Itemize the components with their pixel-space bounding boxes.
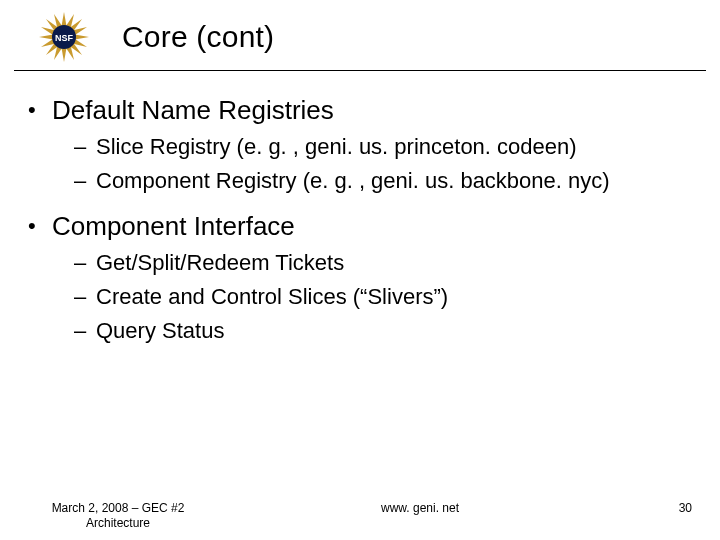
bullet-l2: Get/Split/Redeem Tickets	[74, 248, 692, 278]
footer-date: March 2, 2008 – GEC #2	[28, 501, 208, 517]
bullet-l2: Query Status	[74, 316, 692, 346]
header: NSF Core (cont)	[14, 0, 706, 71]
slide-title: Core (cont)	[122, 20, 274, 54]
bullet-text: Default Name Registries	[52, 95, 334, 125]
footer-url: www. geni. net	[208, 501, 632, 515]
bullet-l2: Component Registry (e. g. , geni. us. ba…	[74, 166, 692, 196]
bullet-l2: Create and Control Slices (“Slivers”)	[74, 282, 692, 312]
footer: March 2, 2008 – GEC #2 Architecture www.…	[0, 501, 720, 532]
slide-body: Default Name Registries Slice Registry (…	[0, 71, 720, 345]
bullet-l1: Default Name Registries Slice Registry (…	[28, 95, 692, 195]
svg-text:NSF: NSF	[55, 33, 74, 43]
footer-left: March 2, 2008 – GEC #2 Architecture	[28, 501, 208, 532]
nsf-logo-icon: NSF	[24, 10, 104, 64]
slide-number: 30	[632, 501, 692, 515]
footer-subtitle: Architecture	[28, 516, 208, 532]
bullet-text: Component Interface	[52, 211, 295, 241]
bullet-l1: Component Interface Get/Split/Redeem Tic…	[28, 211, 692, 345]
bullet-l2: Slice Registry (e. g. , geni. us. prince…	[74, 132, 692, 162]
slide: NSF Core (cont) Default Name Registries …	[0, 0, 720, 540]
